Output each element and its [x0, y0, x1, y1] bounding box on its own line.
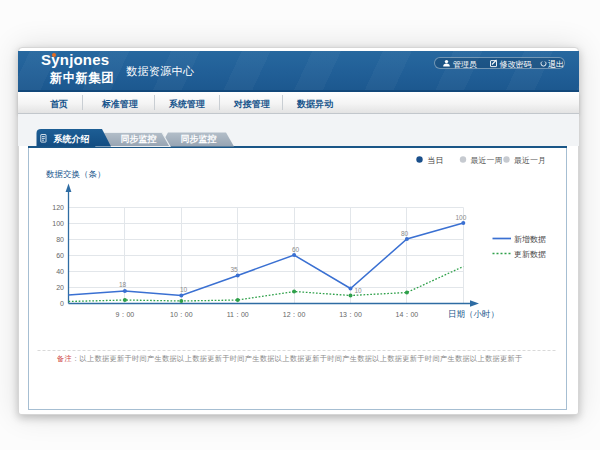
svg-text:12：00: 12：00 [283, 311, 306, 318]
svg-text:0: 0 [60, 300, 64, 307]
svg-text:当日: 当日 [428, 156, 444, 165]
svg-text:数据交换（条）: 数据交换（条） [46, 169, 106, 179]
svg-text:60: 60 [292, 246, 300, 253]
svg-text:13：00: 13：00 [339, 311, 362, 318]
svg-text:更新数据: 更新数据 [514, 250, 546, 259]
svg-text:20: 20 [56, 284, 64, 291]
svg-text:100: 100 [52, 220, 64, 227]
svg-text:35: 35 [231, 266, 239, 273]
svg-text:10: 10 [180, 286, 188, 293]
svg-text:60: 60 [56, 252, 64, 259]
svg-text:40: 40 [56, 268, 64, 275]
svg-text:9：00: 9：00 [116, 311, 135, 318]
svg-text:最近一周: 最近一周 [471, 156, 503, 165]
svg-text:新增数据: 新增数据 [514, 235, 546, 244]
svg-text:120: 120 [52, 204, 64, 211]
svg-text:11：00: 11：00 [227, 311, 249, 318]
svg-text:14：00: 14：00 [396, 311, 419, 318]
svg-text:10：00: 10：00 [170, 311, 193, 318]
svg-text:80: 80 [56, 236, 64, 243]
svg-text:100: 100 [456, 214, 467, 221]
svg-text:日期（小时）: 日期（小时） [448, 309, 499, 319]
svg-text:18: 18 [119, 281, 127, 288]
svg-text:80: 80 [401, 230, 409, 237]
svg-text:最近一月: 最近一月 [514, 156, 546, 165]
svg-text:10: 10 [355, 287, 363, 294]
